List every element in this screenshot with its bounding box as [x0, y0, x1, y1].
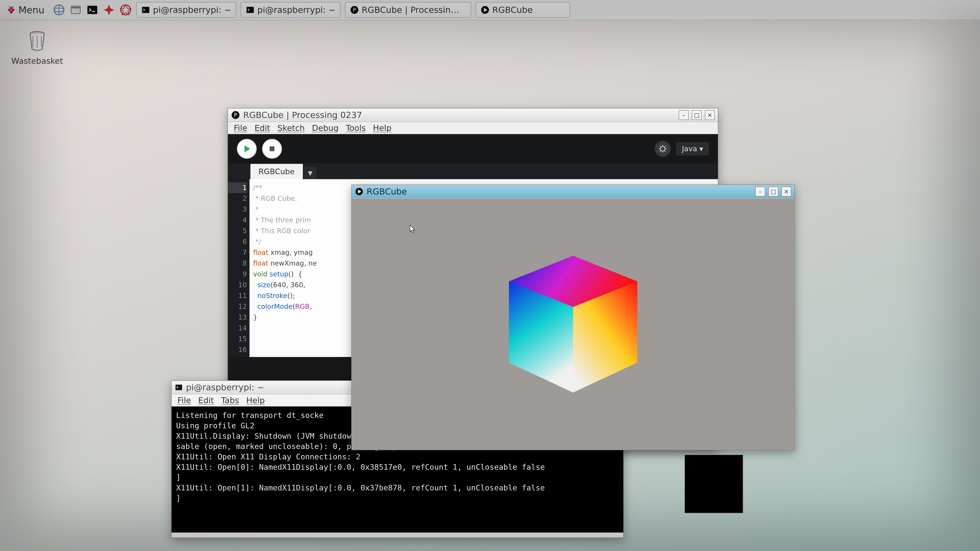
mathematica-icon[interactable]	[103, 4, 115, 16]
raspberry-icon	[7, 5, 16, 14]
menu-sketch[interactable]: Sketch	[277, 123, 305, 133]
processing-menubar: File Edit Sketch Debug Tools Help	[228, 122, 718, 134]
line-gutter: 12345678910111213141516	[228, 179, 250, 357]
svg-point-1	[11, 8, 14, 11]
maximize-button[interactable]: □	[692, 110, 702, 120]
adjacent-monitor-blank	[684, 455, 743, 513]
processing-icon: P	[231, 111, 240, 119]
wolfram-icon[interactable]	[119, 4, 132, 16]
stop-button[interactable]	[262, 139, 282, 159]
play-icon	[355, 187, 363, 196]
svg-rect-18	[270, 146, 274, 151]
terminal-icon	[141, 5, 150, 14]
minimize-button[interactable]: –	[755, 187, 765, 197]
mode-selector[interactable]: Java ▾	[676, 142, 709, 155]
rgb-cube-graphic	[487, 238, 659, 410]
menu-tabs[interactable]: Tabs	[221, 396, 239, 405]
trash-icon	[26, 29, 48, 52]
debugger-button[interactable]	[655, 141, 671, 157]
taskbar-item-processing[interactable]: P RGBCube | Processin…	[345, 2, 471, 18]
run-button[interactable]	[237, 139, 257, 159]
svg-rect-7	[72, 7, 80, 8]
mouse-cursor	[410, 225, 416, 234]
wastebasket-label: Wastebasket	[11, 56, 63, 65]
processing-icon: P	[350, 5, 359, 14]
processing-toolbar: Java ▾	[228, 134, 718, 164]
svg-rect-11	[247, 7, 254, 13]
svg-text:P: P	[234, 112, 237, 118]
task-label: RGBCube | Processin…	[362, 5, 459, 15]
close-button[interactable]: ×	[705, 110, 715, 120]
wastebasket[interactable]: Wastebasket	[11, 29, 63, 65]
close-button[interactable]: ×	[781, 187, 791, 197]
menu-help[interactable]: Help	[247, 396, 265, 405]
taskbar: Menu pi@raspberrypi: ~ pi@raspberrypi: ~…	[0, 0, 980, 20]
terminal-launcher-icon[interactable]	[86, 4, 99, 16]
svg-rect-8	[88, 6, 97, 14]
window-title: RGBCube	[367, 187, 407, 197]
sketch-titlebar[interactable]: RGBCube – □ ×	[352, 185, 794, 198]
svg-rect-10	[142, 7, 150, 13]
menu-file[interactable]: File	[234, 123, 247, 133]
applications-menu[interactable]: Menu	[3, 3, 48, 17]
svg-point-19	[660, 146, 665, 151]
processing-titlebar[interactable]: P RGBCube | Processing 0237 – □ ×	[228, 108, 718, 122]
menu-help[interactable]: Help	[373, 123, 391, 133]
task-label: RGBCube	[492, 5, 533, 15]
play-icon	[480, 5, 490, 14]
terminal-icon	[246, 5, 255, 14]
menu-label: Menu	[19, 5, 45, 16]
sketch-tabs: RGBCube ▼	[228, 164, 718, 179]
tab-rgbcube[interactable]: RGBCube	[250, 164, 303, 179]
taskbar-item-sketch[interactable]: RGBCube	[476, 2, 570, 18]
file-manager-icon[interactable]	[70, 4, 82, 16]
maximize-button[interactable]: □	[768, 187, 778, 197]
menu-edit[interactable]: Edit	[255, 123, 270, 133]
terminal-icon	[175, 383, 183, 391]
taskbar-item-terminal-2[interactable]: pi@raspberrypi: ~	[241, 2, 340, 18]
tab-menu-button[interactable]: ▼	[304, 167, 317, 179]
task-label: pi@raspberrypi: ~	[258, 5, 336, 15]
task-label: pi@raspberrypi: ~	[153, 5, 231, 15]
svg-point-2	[10, 11, 13, 14]
window-title: RGBCube | Processing 0237	[243, 110, 362, 120]
svg-point-0	[8, 8, 11, 11]
window-title: pi@raspberrypi: ~	[186, 383, 264, 392]
taskbar-item-terminal-1[interactable]: pi@raspberrypi: ~	[136, 2, 236, 18]
menu-edit[interactable]: Edit	[198, 396, 214, 405]
svg-rect-20	[175, 385, 182, 390]
menu-tools[interactable]: Tools	[346, 123, 366, 133]
sketch-window: RGBCube – □ ×	[351, 184, 795, 450]
menu-file[interactable]: File	[177, 396, 191, 405]
svg-text:P: P	[353, 7, 356, 13]
menu-debug[interactable]: Debug	[312, 123, 339, 133]
web-browser-icon[interactable]	[53, 4, 65, 16]
minimize-button[interactable]: –	[679, 110, 689, 120]
sketch-canvas[interactable]	[352, 198, 794, 450]
